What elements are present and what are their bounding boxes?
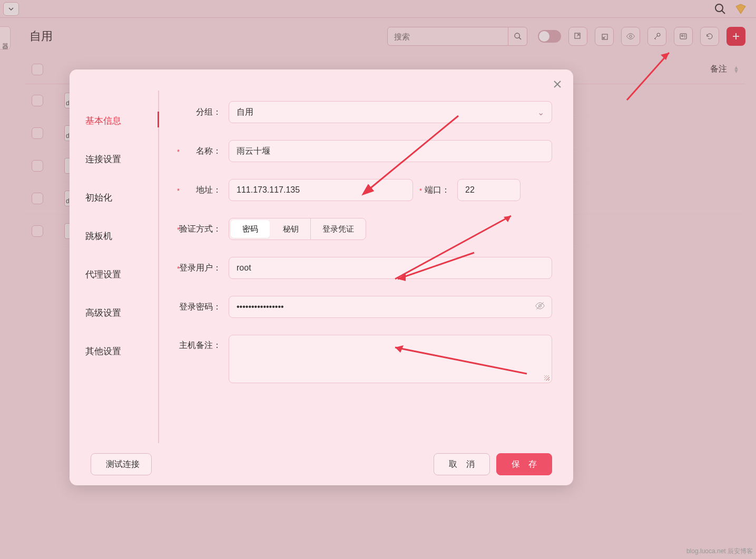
- label-port: 端口：: [420, 185, 450, 196]
- auth-opt-key[interactable]: 秘钥: [271, 218, 311, 239]
- eye-off-icon: [535, 301, 545, 311]
- label-name: 名称：: [178, 146, 221, 157]
- user-input[interactable]: root: [229, 257, 552, 279]
- cancel-button[interactable]: 取 消: [434, 453, 489, 475]
- watermark: blog.luoca.net 辰安博客: [686, 547, 753, 556]
- tab-basic-info[interactable]: 基本信息: [85, 115, 158, 127]
- password-input[interactable]: ••••••••••••••••: [229, 296, 552, 318]
- label-address: 地址：: [178, 185, 221, 196]
- tab-proxy[interactable]: 代理设置: [85, 268, 158, 281]
- close-icon: [552, 79, 563, 89]
- tab-connection[interactable]: 连接设置: [85, 153, 158, 165]
- save-button[interactable]: 保 存: [496, 453, 552, 475]
- auth-opt-password[interactable]: 密码: [231, 220, 270, 238]
- tab-indicator: [158, 112, 159, 127]
- modal-tab-list: 基本信息 连接设置 初始化 跳板机 代理设置 高级设置 其他设置: [85, 91, 159, 443]
- tab-init[interactable]: 初始化: [85, 192, 158, 204]
- modal-footer: 测试连接 取 消 保 存: [70, 443, 573, 485]
- address-value: 111.173.117.135: [237, 185, 300, 195]
- tab-advanced[interactable]: 高级设置: [85, 307, 158, 319]
- test-connection-button[interactable]: 测试连接: [91, 453, 152, 475]
- basic-info-form: 分组： 自用 ⌄ 名称： 雨云十堰 地址： 111.173.117.135 端口…: [159, 91, 552, 443]
- auth-opt-credential[interactable]: 登录凭证: [311, 218, 366, 239]
- user-value: root: [237, 263, 251, 273]
- name-input[interactable]: 雨云十堰: [229, 140, 552, 162]
- port-input[interactable]: 22: [457, 179, 521, 201]
- label-auth: 验证方式：: [178, 224, 221, 235]
- port-value: 22: [465, 185, 475, 195]
- auth-method-segmented: 密码 秘钥 登录凭证: [229, 218, 366, 240]
- tab-jump-host[interactable]: 跳板机: [85, 230, 158, 242]
- label-user: 登录用户：: [178, 263, 221, 274]
- close-button[interactable]: [552, 78, 563, 93]
- group-select[interactable]: 自用 ⌄: [229, 101, 552, 123]
- tab-other[interactable]: 其他设置: [85, 345, 158, 357]
- address-input[interactable]: 111.173.117.135: [229, 179, 413, 201]
- label-password: 登录密码：: [178, 302, 221, 313]
- chevron-down-icon: ⌄: [537, 107, 544, 117]
- toggle-password-visibility[interactable]: [535, 301, 545, 313]
- name-value: 雨云十堰: [237, 146, 270, 157]
- group-value: 自用: [237, 107, 253, 118]
- password-value: ••••••••••••••••: [237, 302, 284, 312]
- resize-handle-icon[interactable]: [544, 375, 549, 381]
- add-host-modal: 基本信息 连接设置 初始化 跳板机 代理设置 高级设置 其他设置 分组： 自用 …: [70, 69, 573, 485]
- label-group: 分组：: [178, 107, 221, 118]
- label-remark: 主机备注：: [178, 340, 221, 351]
- remark-textarea[interactable]: [229, 335, 552, 383]
